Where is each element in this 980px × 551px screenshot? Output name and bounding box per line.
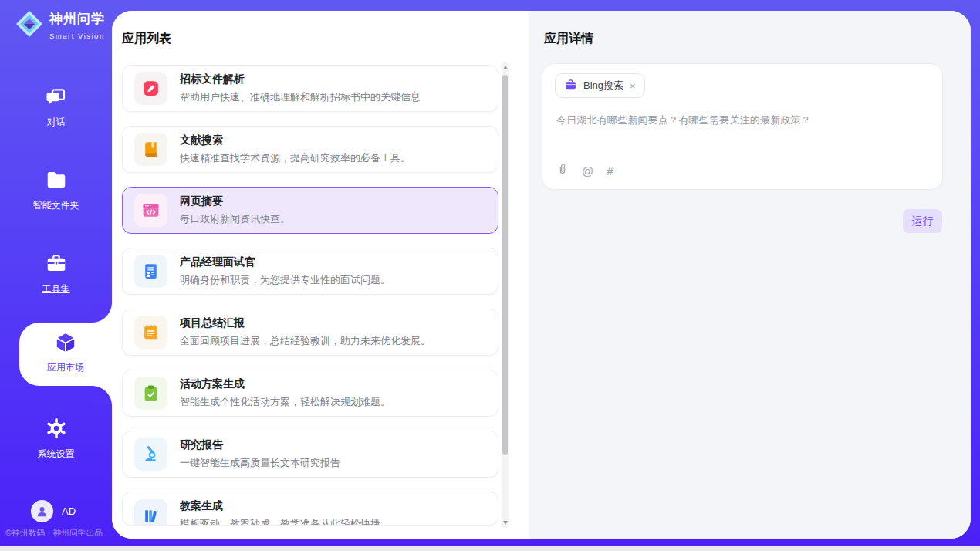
app-desc: 帮助用户快速、准确地理解和解析招标书中的关键信息 [180,90,421,104]
composer-toolbar: @ # [556,162,613,179]
briefcase-icon [564,78,577,94]
microscope-icon [134,438,167,471]
app-detail-title: 应用详情 [544,31,593,47]
avatar [31,500,53,522]
prompt-composer[interactable]: Bing搜索 × 今日湖北有哪些新闻要点？有哪些需要关注的最新政策？ @ # [542,63,943,190]
app-name: 文献搜索 [180,134,411,147]
sidebar: 神州问学 Smart Vision 对话 智能文件夹 [0,0,112,546]
app-card-event-plan[interactable]: 活动方案生成 智能生成个性化活动方案，轻松解决规划难题。 [122,370,498,417]
brand-logo: 神州问学 Smart Vision [14,8,105,42]
app-card-project-summary[interactable]: 项目总结汇报 全面回顾项目进展，总结经验教训，助力未来优化发展。 [122,309,498,356]
user-account[interactable]: AD [31,500,76,522]
sidebar-item-settings[interactable]: 系统设置 [0,417,112,461]
book-icon [134,133,167,166]
app-desc: 明确身份和职责，为您提供专业性的面试问题。 [180,273,390,287]
run-button[interactable]: 运行 [903,209,942,233]
sidebar-item-chat[interactable]: 对话 [0,85,112,129]
scrollbar-thumb[interactable] [502,75,508,455]
mention-icon[interactable]: @ [582,164,593,177]
user-name: AD [62,505,76,517]
tool-tag-bing-search[interactable]: Bing搜索 × [555,73,645,98]
app-desc: 每日政府新闻资讯快查。 [180,212,290,226]
document-person-icon [134,255,167,288]
app-name: 网页摘要 [180,194,290,208]
app-name: 活动方案生成 [180,377,390,391]
sidebar-item-label: 对话 [0,116,112,129]
clipboard-check-icon [134,377,167,410]
app-desc: 智能生成个性化活动方案，轻松解决规划难题。 [180,395,390,409]
main-panel: 应用列表 招标文件解析 帮助用户快速、准确地理解和解析招标书中的关键信息 [112,11,971,539]
app-card-bid-analysis[interactable]: 招标文件解析 帮助用户快速、准确地理解和解析招标书中的关键信息 [122,65,498,112]
list-scrollbar[interactable] [502,62,509,528]
app-name: 项目总结汇报 [180,316,431,330]
app-name: 招标文件解析 [180,73,421,86]
app-name: 研究报告 [180,438,340,452]
app-card-list: 招标文件解析 帮助用户快速、准确地理解和解析招标书中的关键信息 文献搜索 [122,65,498,539]
app-list-title: 应用列表 [122,31,171,47]
toolbox-icon [45,264,68,277]
app-desc: 一键智能生成高质量长文本研究报告 [180,456,340,470]
cube-icon [53,344,78,357]
app-window: 神州问学 Smart Vision 对话 智能文件夹 [0,0,980,551]
gear-icon [45,429,68,442]
app-name: 产品经理面试官 [180,255,390,269]
sidebar-item-smart-folder[interactable]: 智能文件夹 [0,168,112,212]
tag-close-icon[interactable]: × [630,81,636,91]
chat-icon [45,97,68,110]
notepad-icon [134,316,167,349]
app-desc: 模板驱动，教案秒成，教学准备从此轻松快捷 [180,517,380,526]
app-card-research-report[interactable]: 研究报告 一键智能生成高质量长文本研究报告 [122,431,498,478]
sidebar-item-app-market[interactable]: 应用市场 [19,323,112,386]
books-icon [134,499,167,526]
app-list-panel: 应用列表 招标文件解析 帮助用户快速、准确地理解和解析招标书中的关键信息 [112,11,529,539]
app-card-pm-interviewer[interactable]: 产品经理面试官 明确身份和职责，为您提供专业性的面试问题。 [122,248,498,295]
sidebar-item-label: 系统设置 [0,448,112,461]
attachment-icon[interactable] [556,162,569,179]
sidebar-item-toolset[interactable]: 工具集 [0,252,112,296]
brand-subtitle: Smart Vision [49,32,105,40]
scroll-up-arrow-icon[interactable] [502,62,509,73]
brand-diamond-icon [14,8,45,42]
prompt-input[interactable]: 今日湖北有哪些新闻要点？有哪些需要关注的最新政策？ [556,113,930,127]
folder-icon [45,181,68,194]
sidebar-item-label: 工具集 [0,282,112,296]
copyright-footer: ©神州数码 · 神州问学出品 [5,528,121,539]
sidebar-item-label: 智能文件夹 [0,199,112,212]
app-card-lesson-plan[interactable]: 教案生成 模板驱动，教案秒成，教学准备从此轻松快捷 [122,492,498,526]
app-card-web-summary[interactable]: 网页摘要 每日政府新闻资讯快查。 [122,187,498,234]
app-desc: 全面回顾项目进展，总结经验教训，助力未来优化发展。 [180,334,431,348]
sidebar-item-label: 应用市场 [19,361,112,374]
edit-document-icon [134,72,167,105]
scroll-down-arrow-icon[interactable] [502,517,509,528]
brand-name: 神州问学 [49,12,105,26]
app-detail-panel: 应用详情 Bing搜索 × 今日湖北有哪些新闻要点？有哪些需要关注的最新政策？ [529,11,971,539]
app-card-literature-search[interactable]: 文献搜索 快速精准查找学术资源，提高研究效率的必备工具。 [122,126,498,173]
hash-icon[interactable]: # [607,164,613,177]
app-desc: 快速精准查找学术资源，提高研究效率的必备工具。 [180,151,411,165]
app-name: 教案生成 [180,499,380,513]
browser-code-icon [134,194,167,227]
tool-tag-label: Bing搜索 [583,79,623,93]
